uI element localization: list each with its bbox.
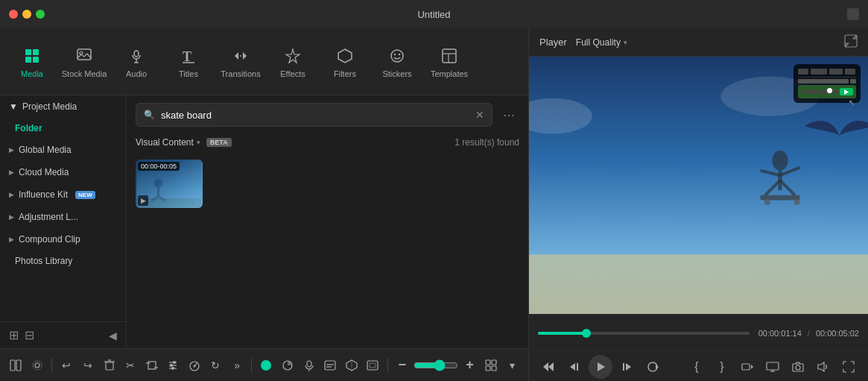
left-panel: Media Stock Media	[0, 28, 529, 381]
player-header: Player Full Quality ▾	[529, 28, 868, 57]
svg-rect-49	[325, 361, 335, 370]
frame-back-button[interactable]	[563, 356, 584, 377]
grid-view-button[interactable]	[481, 353, 501, 377]
media-item[interactable]: 00:00-00:05 ▶	[136, 160, 203, 208]
sidebar-item-photos[interactable]: Photos Library	[0, 251, 126, 271]
mark-in-button[interactable]: {	[686, 356, 707, 377]
titlebar-icon-1[interactable]	[847, 8, 859, 20]
cut-button[interactable]: ✂	[121, 353, 141, 377]
svg-point-47	[307, 361, 311, 367]
fullscreen-button[interactable]	[838, 356, 859, 377]
speed-button[interactable]	[185, 353, 205, 377]
toolbar-templates[interactable]: Templates	[423, 36, 475, 88]
content-area: 🔍 ✕ ⋯ Visual Content ▾ BETA 1 result(s) …	[127, 95, 528, 348]
toolbar-titles[interactable]: T Titles	[162, 36, 215, 88]
monitor-button[interactable]	[762, 356, 783, 377]
play-pause-button[interactable]	[589, 355, 612, 379]
search-input[interactable]	[161, 110, 469, 121]
titlebar-right	[847, 8, 859, 20]
toolbar-stickers[interactable]: Stickers	[371, 36, 423, 88]
crop-button[interactable]	[142, 353, 162, 377]
svg-rect-4	[77, 49, 91, 60]
progress-bar[interactable]	[538, 332, 750, 335]
subtitle-button[interactable]	[320, 353, 340, 377]
adjustment-header[interactable]: ▶ Adjustment L...	[0, 206, 126, 228]
adjustment-arrow: ▶	[9, 213, 14, 221]
compound-clip-label: Compound Clip	[19, 234, 80, 245]
frame-forward-button[interactable]	[617, 356, 638, 377]
beta-badge: BETA	[206, 138, 232, 147]
sidebar-item-folder[interactable]: Folder	[0, 118, 126, 139]
toolbar-media[interactable]: Media	[6, 36, 58, 88]
mark-out-button[interactable]: }	[712, 356, 732, 377]
search-box[interactable]: 🔍 ✕	[136, 103, 492, 127]
ar-button[interactable]	[342, 353, 362, 377]
snapshot-button[interactable]	[788, 356, 808, 377]
toolbar-stock-media[interactable]: Stock Media	[58, 36, 110, 88]
rotate-button[interactable]: ↻	[206, 353, 226, 377]
search-icon: 🔍	[144, 110, 155, 120]
more-button[interactable]: »	[227, 353, 247, 377]
more-options-button[interactable]: ⋯	[498, 104, 519, 125]
svg-marker-76	[844, 89, 849, 95]
quality-label: Full Quality	[576, 37, 621, 48]
project-media-arrow: ▼	[9, 101, 18, 112]
bottom-toolbar: ↩ ↪ ✂ ↻ »	[0, 348, 528, 381]
overlay-control-3	[829, 69, 843, 75]
svg-point-45	[261, 360, 271, 371]
audio-mix-button[interactable]	[163, 353, 183, 377]
player-expand-button[interactable]	[844, 34, 858, 51]
svg-point-16	[399, 53, 400, 54]
rewind-button[interactable]	[538, 356, 559, 377]
close-button[interactable]	[9, 10, 18, 19]
media-duration: 00:00-00:05	[138, 162, 180, 171]
influence-kit-label: Influence Kit	[19, 189, 68, 200]
ripple-button[interactable]	[28, 353, 48, 377]
quality-selector[interactable]: Full Quality ▾	[576, 37, 627, 48]
pip-button[interactable]	[256, 353, 276, 377]
toolbar-filters[interactable]: Filters	[319, 36, 371, 88]
svg-rect-1	[33, 49, 39, 55]
add-folder-icon[interactable]: ⊞	[9, 328, 19, 342]
split-button[interactable]	[6, 353, 26, 377]
toolbar-audio[interactable]: Audio	[110, 36, 162, 88]
loop-button[interactable]	[642, 356, 663, 377]
redo-button[interactable]: ↪	[78, 353, 98, 377]
toolbar-effects[interactable]: Effects	[267, 36, 319, 88]
svg-rect-80	[577, 363, 578, 371]
svg-point-15	[394, 53, 396, 54]
voice-button[interactable]	[299, 353, 319, 377]
cloud-media-header[interactable]: ▶ Cloud Media	[0, 161, 126, 183]
progress-thumb	[582, 329, 591, 338]
minimize-button[interactable]	[22, 10, 31, 19]
toolbar-transitions[interactable]: Transitions	[215, 36, 267, 88]
influence-kit-header[interactable]: ▶ Influence Kit NEW	[0, 183, 126, 206]
collapse-icon[interactable]: ◀	[109, 330, 117, 341]
main-container: Media Stock Media	[0, 28, 868, 381]
video-player: ↖	[529, 57, 868, 314]
clear-search-icon[interactable]: ✕	[475, 109, 484, 121]
svg-marker-86	[751, 365, 753, 369]
delete-button[interactable]	[99, 353, 119, 377]
global-media-header[interactable]: ▶ Global Media	[0, 139, 126, 161]
folder-icon[interactable]: ⊟	[25, 328, 34, 342]
stock-media-label: Stock Media	[62, 69, 107, 78]
zoom-slider[interactable]	[414, 359, 458, 371]
overlay-play-btn	[840, 88, 853, 95]
zoom-out-button[interactable]: −	[393, 353, 413, 377]
color-button[interactable]	[278, 353, 298, 377]
undo-button[interactable]: ↩	[57, 353, 77, 377]
svg-point-22	[154, 179, 163, 188]
svg-text:T: T	[183, 49, 191, 64]
expand-button[interactable]: ▾	[502, 353, 522, 377]
overlay-timeline	[798, 85, 856, 98]
zoom-in-button[interactable]: +	[460, 353, 480, 377]
maximize-button[interactable]	[36, 10, 45, 19]
insert-button[interactable]	[737, 356, 758, 377]
compound-clip-header[interactable]: ▶ Compound Clip	[0, 228, 126, 251]
media-label: Media	[21, 69, 43, 78]
filter-button[interactable]: Visual Content ▾	[136, 137, 200, 148]
project-media-header[interactable]: ▼ Project Media	[0, 95, 126, 118]
volume-button[interactable]	[813, 356, 834, 377]
overlay-button[interactable]	[363, 353, 383, 377]
